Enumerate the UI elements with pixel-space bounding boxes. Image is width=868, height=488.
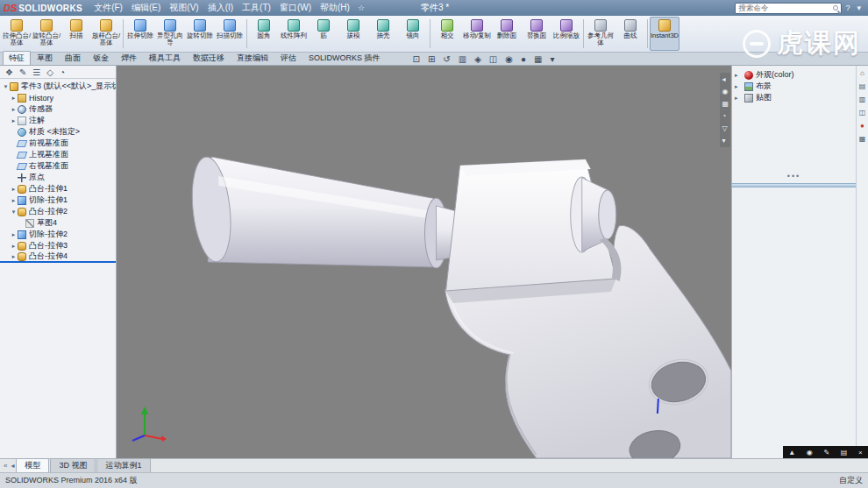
tree-expand-icon[interactable]: ▸ [10,253,18,260]
menu-help[interactable]: 帮助(H) [316,2,354,14]
tab-weldments[interactable]: 焊件 [115,51,143,65]
ribbon-button-revolve-cut[interactable]: 旋转切除 [185,17,215,51]
tab-direct-editing[interactable]: 直接编辑 [231,51,274,65]
panel-icon[interactable]: ▤ [841,449,848,456]
tab-scroll-icon[interactable]: ◂ [9,462,16,470]
display-style-icon[interactable]: ◫ [489,54,497,64]
view-orientation-icon[interactable]: ◈ [474,54,481,64]
apply-scene-icon[interactable]: ▦ [534,54,542,64]
zoom-to-area-icon[interactable]: ⊞ [428,54,435,64]
collapse-icon[interactable]: ▾ [722,137,729,145]
close-icon[interactable]: × [858,449,863,456]
ribbon-button-instant3d[interactable]: Instant3D [650,17,679,51]
tree-item-sensors[interactable]: ▸传感器 [0,103,116,115]
ribbon-button-sweep-cut[interactable]: 扫描切除 [215,17,245,51]
tree-item-part-root[interactable]: ▾零件3 (默认<<默认>_显示状态 1>) [0,81,116,92]
taskpane-dots[interactable]: ••• [732,172,856,180]
propertymanager-tab-icon[interactable]: ✎ [19,67,26,77]
tab-sheet-metal[interactable]: 钣金 [87,51,115,65]
ribbon-button-hole-wizard[interactable]: 异型孔向导 [155,17,185,51]
ribbon-button-curves[interactable]: 曲线 [615,17,645,51]
ribbon-button-boss-extrude[interactable]: 拉伸凸台/基体 [2,17,32,51]
previous-view-icon[interactable]: ↺ [443,54,450,64]
ribbon-button-draft[interactable]: 拔模 [338,17,368,51]
hide-show-items-icon[interactable]: ◉ [505,54,513,64]
model-3d[interactable] [117,66,731,458]
tree-item-boss-extrude4[interactable]: ▸凸台-拉伸4 [0,251,116,263]
tree-item-material[interactable]: 材质 <未指定> [0,126,116,138]
tab-surfaces[interactable]: 曲面 [59,51,87,65]
tab-data-migration[interactable]: 数据迁移 [187,51,231,65]
tree-collapse-icon[interactable]: ▾ [2,83,10,90]
custom-properties-icon[interactable]: ▦ [859,135,866,143]
taskpane-item-scenes[interactable]: ▸布景 [732,81,856,92]
tree-expand-icon[interactable]: ▸ [10,106,18,113]
design-library-icon[interactable]: ▤ [859,82,866,90]
tree-expand-icon[interactable]: ▸ [10,231,18,238]
menu-file[interactable]: 文件(F) [89,2,127,14]
command-search[interactable] [735,3,842,14]
dimxpertmanager-tab-icon[interactable]: ◇ [46,67,53,77]
tree-item-front-plane[interactable]: 前视基准面 [0,138,116,149]
menu-tools[interactable]: 工具(T) [238,2,275,14]
configurationmanager-tab-icon[interactable]: ☰ [32,67,40,77]
bottom-tab-3d-views[interactable]: 3D 视图 [50,458,96,472]
featuremanager-tab-icon[interactable]: ❖ [5,67,13,77]
help-icon[interactable]: ? [842,4,853,12]
tree-expand-icon[interactable]: ▸ [735,95,742,102]
tab-solidworks-addins[interactable]: SOLIDWORKS 插件 [302,51,387,65]
menu-insert[interactable]: 插入(I) [203,2,238,14]
ribbon-button-linear-pattern[interactable]: 线性阵列 [279,17,309,51]
tree-item-boss-extrude2[interactable]: ▾凸台-拉伸2 [0,206,116,217]
sketch-marker[interactable] [658,399,658,414]
ribbon-button-ref-geometry[interactable]: 参考几何体 [586,17,615,51]
appearances-scenes-icon[interactable]: ● [860,122,864,130]
ribbon-button-scale[interactable]: 比例缩放 [551,17,581,51]
displaymanager-tab-icon[interactable]: ◔ [60,67,65,77]
zoom-to-fit-icon[interactable]: ⊡ [413,54,420,64]
expand-pane-icon[interactable]: ◂ [722,75,729,83]
ribbon-button-move-copy[interactable]: 移动/复制 [462,17,492,51]
tab-evaluate[interactable]: 评估 [274,51,302,65]
customize-button[interactable]: 自定义 [839,475,863,486]
tree-item-cut-extrude2[interactable]: ▸切除-拉伸2 [0,229,116,240]
filter-icon[interactable]: ▽ [722,124,729,132]
tree-expand-icon[interactable]: ▸ [10,95,18,102]
collapse-search-icon[interactable]: ▾ [853,4,864,12]
tree-item-annotations[interactable]: ▸注解 [0,115,116,126]
screenshot-icon[interactable]: ◉ [807,449,813,456]
tree-item-origin[interactable]: 原点 [0,172,116,183]
tree-expand-icon[interactable]: ▸ [10,186,18,193]
expand-icon[interactable]: ▲ [788,449,795,456]
tree-expand-icon[interactable]: ▸ [10,197,18,204]
ribbon-button-rib[interactable]: 筋 [309,17,338,51]
tree-item-boss-extrude1[interactable]: ▸凸台-拉伸1 [0,183,116,194]
bottom-tab-motion-study-1[interactable]: 运动算例1 [96,458,150,472]
menu-edit[interactable]: 编辑(E) [127,2,165,14]
ribbon-button-intersect[interactable]: 相交 [432,17,462,51]
search-input[interactable] [738,4,830,12]
ribbon-button-sweep[interactable]: 扫描 [61,17,91,51]
tab-features[interactable]: 特征 [3,51,31,65]
tree-collapse-icon[interactable]: ▾ [10,209,18,216]
ribbon-button-revolve-boss[interactable]: 旋转凸台/基体 [32,17,61,51]
annotate-icon[interactable]: ✎ [823,449,829,456]
taskpane-splitter[interactable] [732,183,856,187]
file-explorer-icon[interactable]: ▥ [859,95,866,103]
tree-item-cut-extrude1[interactable]: ▸切除-拉伸1 [0,194,116,206]
ribbon-button-replace-face[interactable]: 替换面 [522,17,551,51]
tree-item-right-plane[interactable]: 右视基准面 [0,160,116,172]
tree-item-sketch4[interactable]: 草图4 [0,217,116,229]
solidworks-resources-icon[interactable]: ⌂ [860,69,864,77]
tree-expand-icon[interactable]: ▸ [10,243,18,250]
taskpane-item-decals[interactable]: ▸贴图 [732,92,856,103]
light-icon[interactable]: ◔ [722,112,729,120]
tab-mold-tools[interactable]: 模具工具 [143,51,187,65]
tree-item-history[interactable]: ▸History [0,92,116,103]
tree-expand-icon[interactable]: ▸ [735,72,742,79]
tree-expand-icon[interactable]: ▸ [735,83,742,90]
camera-icon[interactable]: ◉ [722,88,729,95]
view-settings-icon[interactable]: ▾ [551,54,555,64]
taskpane-item-appearances[interactable]: ▸外观(color) [732,69,856,81]
menu-view[interactable]: 视图(V) [165,2,203,14]
